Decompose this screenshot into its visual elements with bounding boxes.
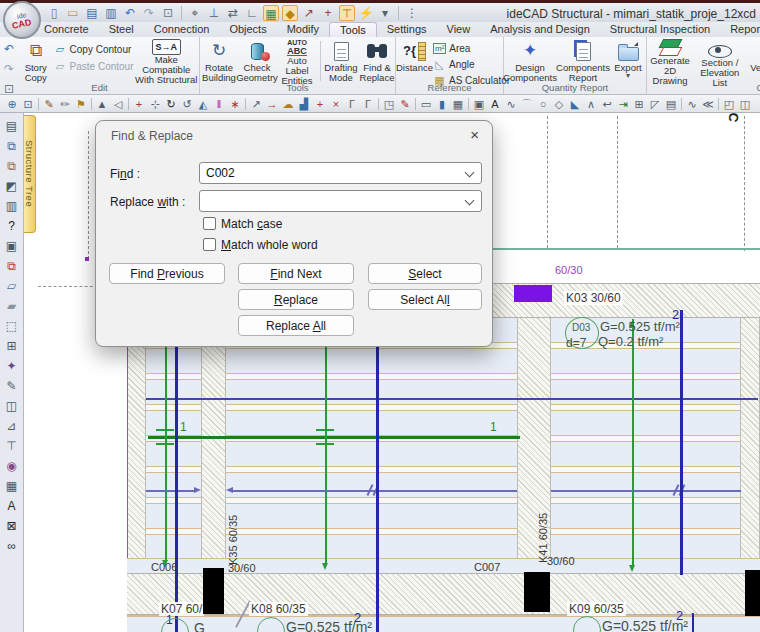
tracking-icon[interactable]: ↗ xyxy=(301,5,317,21)
stretch-icon[interactable]: → xyxy=(264,96,280,112)
story-copy-icon[interactable]: ⧉ xyxy=(3,256,21,276)
layer-icon[interactable]: ▤ xyxy=(663,96,679,112)
qat-customize-icon[interactable]: ⋮ xyxy=(404,5,420,21)
copy-contour-button[interactable]: ▱ Copy Contour xyxy=(54,42,134,57)
panel-icon[interactable]: ▣ xyxy=(3,236,21,256)
menu-tab-connection[interactable]: Connection xyxy=(144,22,220,37)
close-icon[interactable]: × xyxy=(470,126,479,144)
snap-perpendicular-icon[interactable]: ⊥ xyxy=(206,5,222,21)
image-icon[interactable]: ▣ xyxy=(471,96,487,112)
node-snap-icon[interactable]: ◆ xyxy=(282,5,298,21)
open-icon[interactable]: ▭ xyxy=(65,5,81,21)
area-button[interactable]: m² Area xyxy=(433,41,510,56)
view-two-icon[interactable]: ◫ xyxy=(737,96,753,112)
menu-tab-analysis-and-design[interactable]: Analysis and Design xyxy=(480,22,600,37)
generate-2d-button[interactable]: Generate 2D Drawing xyxy=(647,39,693,83)
columns-icon[interactable]: ◫ xyxy=(3,396,21,416)
chevron-down-icon[interactable] xyxy=(465,168,475,178)
find-previous-button[interactable]: Find Previous xyxy=(109,263,225,284)
edit-icon[interactable]: ✎ xyxy=(3,376,21,396)
snap-dropdown-icon[interactable]: ▾ xyxy=(377,5,393,21)
tee-snap-icon[interactable]: ⊤ xyxy=(339,5,355,21)
section-elevation-button[interactable]: Section / Elevation List xyxy=(693,39,746,83)
rotate-icon[interactable]: ↻ xyxy=(163,96,179,112)
new-document-icon[interactable]: ▯ xyxy=(46,5,62,21)
offset-icon[interactable]: ‖ xyxy=(211,96,227,112)
polygon-icon[interactable]: ◇ xyxy=(551,96,567,112)
match-whole-word-checkbox[interactable] xyxy=(203,238,216,251)
copy-contour-icon[interactable]: ▱ xyxy=(3,276,21,296)
close-box-icon[interactable]: ⊠ xyxy=(3,516,21,536)
chamfer-icon[interactable]: Γ xyxy=(360,96,376,112)
cone-icon[interactable]: ▲ xyxy=(94,96,110,112)
list-icon[interactable]: ▤ xyxy=(3,116,21,136)
grid-icon[interactable]: ⊞ xyxy=(3,336,21,356)
save-icon[interactable]: ▤ xyxy=(84,5,100,21)
target-icon[interactable]: ◉ xyxy=(3,456,21,476)
duplicate-icon[interactable]: ⧉ xyxy=(3,156,21,176)
rotate-ccw-icon[interactable]: ↺ xyxy=(179,96,195,112)
move-icon[interactable]: + xyxy=(131,96,147,112)
pen-icon[interactable]: ✎ xyxy=(41,96,57,112)
text-icon[interactable]: A xyxy=(487,96,503,112)
flip-icon[interactable]: ⇄ xyxy=(225,5,241,21)
label-tool-icon[interactable]: A xyxy=(3,496,21,516)
replace-button[interactable]: Replace xyxy=(238,289,354,310)
circle-icon[interactable]: ○ xyxy=(535,96,551,112)
flag-icon[interactable]: ⚑ xyxy=(73,96,89,112)
cutoff-button[interactable]: Ve xyxy=(747,39,760,83)
zoom-in-icon[interactable]: ⊕ xyxy=(4,96,20,112)
array-icon[interactable]: ⊹ xyxy=(147,96,163,112)
ortho-icon[interactable]: ∟ xyxy=(244,5,260,21)
menu-tab-steel[interactable]: Steel xyxy=(99,22,144,37)
rotate-building-button[interactable]: ↻ Rotate Building xyxy=(200,39,238,83)
undo-icon[interactable]: ↶ xyxy=(122,5,138,21)
extend-icon[interactable]: ↗ xyxy=(248,96,264,112)
section-line-icon[interactable]: ∿ xyxy=(684,96,700,112)
distance-button[interactable]: ?{ Distance xyxy=(396,39,433,83)
fillet-icon[interactable]: ▟ xyxy=(296,96,312,112)
paste-contour-button[interactable]: ▱ Paste Contour xyxy=(54,59,134,74)
match-case-checkbox[interactable] xyxy=(203,217,216,230)
zoom-extents-icon[interactable]: ⊡ xyxy=(160,5,176,21)
design-components-button[interactable]: ✦ Design Components xyxy=(504,39,556,83)
redo-icon[interactable]: ↷ xyxy=(4,59,14,79)
check-geometry-button[interactable]: Check Geometry xyxy=(238,39,276,83)
break-icon[interactable]: + xyxy=(312,96,328,112)
dimension-icon[interactable]: ⇥ xyxy=(615,96,631,112)
polyline-icon[interactable]: ∧ xyxy=(583,96,599,112)
explode-icon[interactable]: ∗ xyxy=(227,96,243,112)
corner-icon[interactable]: Γ xyxy=(344,96,360,112)
mirror-icon[interactable]: ◭ xyxy=(195,96,211,112)
zoom-window-icon[interactable]: ⊡ xyxy=(20,96,36,112)
cross-snap-icon[interactable]: + xyxy=(320,5,336,21)
export-button[interactable]: Export ▾ xyxy=(610,39,646,83)
app-logo-icon[interactable]: ide CAD xyxy=(3,1,41,39)
find-binoculars-icon[interactable]: ∞ xyxy=(3,536,21,556)
find-replace-button[interactable]: Find & Replace xyxy=(359,39,395,83)
quick-mode-icon[interactable]: ⚡ xyxy=(358,5,374,21)
export-dropdown-icon[interactable]: ▾ xyxy=(626,73,630,79)
menu-tab-objects[interactable]: Objects xyxy=(219,22,276,37)
menu-tab-settings[interactable]: Settings xyxy=(377,22,437,37)
structure-tree-tab[interactable]: Structure Tree xyxy=(24,115,36,233)
replace-input[interactable] xyxy=(199,190,482,212)
find-input[interactable]: C002 xyxy=(199,162,482,184)
arc-icon[interactable]: ⌒ xyxy=(519,96,535,112)
hatch-icon[interactable]: ▦ xyxy=(450,96,466,112)
trim-icon[interactable]: × xyxy=(328,96,344,112)
select-button[interactable]: Select xyxy=(368,263,482,284)
menu-tab-tools[interactable]: Tools xyxy=(329,22,377,37)
redo-icon[interactable]: ↷ xyxy=(141,5,157,21)
menu-tab-reports[interactable]: Reports xyxy=(720,22,760,37)
snap-center-icon[interactable]: ⌖ xyxy=(187,5,203,21)
marquee-icon[interactable]: ⬚ xyxy=(3,316,21,336)
components-report-button[interactable]: Components Report xyxy=(556,39,610,83)
auto-label-button[interactable]: AUTO ABC Auto Label Entities xyxy=(276,39,318,83)
chevron-down-icon[interactable] xyxy=(465,196,475,206)
paste-contour-icon[interactable]: ▰ xyxy=(3,296,21,316)
grid-snap-icon[interactable]: ▦ xyxy=(263,5,279,21)
make-compatible-button[interactable]: S→A Make Compatible With Structural xyxy=(134,39,199,83)
undo-icon[interactable]: ↶ xyxy=(4,39,14,59)
menu-tab-modify[interactable]: Modify xyxy=(277,22,329,37)
